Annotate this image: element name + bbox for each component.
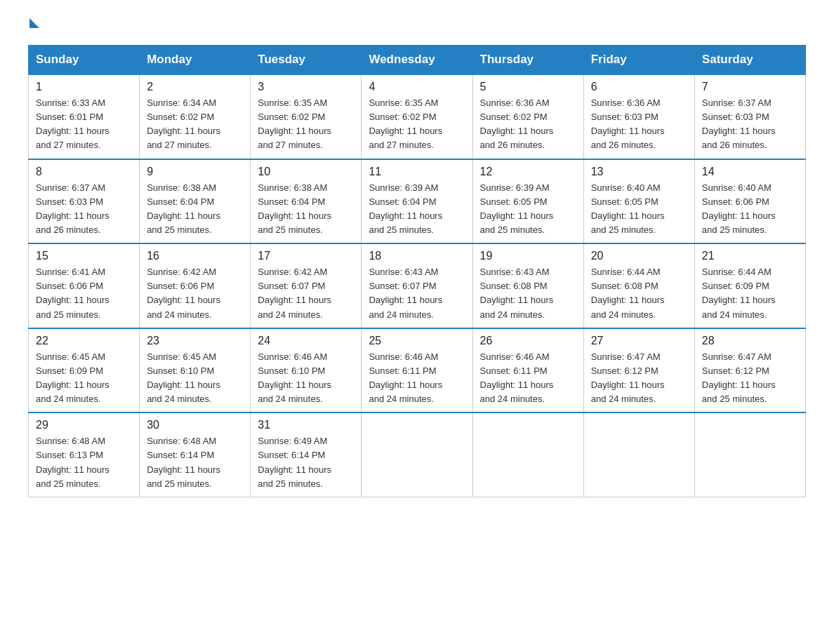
- calendar-cell: 24 Sunrise: 6:46 AMSunset: 6:10 PMDaylig…: [251, 328, 362, 413]
- day-info: Sunrise: 6:38 AMSunset: 6:04 PMDaylight:…: [147, 181, 243, 238]
- calendar-cell: 28 Sunrise: 6:47 AMSunset: 6:12 PMDaylig…: [694, 328, 805, 413]
- day-number: 20: [591, 250, 687, 262]
- calendar-cell: 19 Sunrise: 6:43 AMSunset: 6:08 PMDaylig…: [472, 243, 583, 328]
- calendar-cell: 1 Sunrise: 6:33 AMSunset: 6:01 PMDayligh…: [29, 74, 140, 159]
- calendar-cell: 7 Sunrise: 6:37 AMSunset: 6:03 PMDayligh…: [694, 74, 805, 159]
- day-info: Sunrise: 6:49 AMSunset: 6:14 PMDaylight:…: [258, 434, 354, 491]
- day-number: 24: [258, 335, 354, 347]
- calendar-week-row: 8 Sunrise: 6:37 AMSunset: 6:03 PMDayligh…: [29, 159, 806, 244]
- day-info: Sunrise: 6:42 AMSunset: 6:06 PMDaylight:…: [147, 265, 243, 322]
- calendar-cell: 2 Sunrise: 6:34 AMSunset: 6:02 PMDayligh…: [140, 74, 251, 159]
- day-info: Sunrise: 6:48 AMSunset: 6:14 PMDaylight:…: [147, 434, 243, 491]
- day-info: Sunrise: 6:33 AMSunset: 6:01 PMDaylight:…: [36, 96, 132, 153]
- calendar-cell: 20 Sunrise: 6:44 AMSunset: 6:08 PMDaylig…: [583, 243, 694, 328]
- day-number: 3: [258, 81, 354, 93]
- day-info: Sunrise: 6:37 AMSunset: 6:03 PMDaylight:…: [702, 96, 798, 153]
- calendar-cell: [583, 412, 694, 497]
- calendar-cell: 18 Sunrise: 6:43 AMSunset: 6:07 PMDaylig…: [362, 243, 472, 328]
- calendar-cell: 31 Sunrise: 6:49 AMSunset: 6:14 PMDaylig…: [251, 412, 362, 497]
- calendar-table: SundayMondayTuesdayWednesdayThursdayFrid…: [28, 45, 806, 497]
- calendar-week-row: 22 Sunrise: 6:45 AMSunset: 6:09 PMDaylig…: [29, 328, 806, 413]
- calendar-cell: 29 Sunrise: 6:48 AMSunset: 6:13 PMDaylig…: [29, 412, 140, 497]
- day-number: 17: [258, 250, 354, 262]
- calendar-week-row: 15 Sunrise: 6:41 AMSunset: 6:06 PMDaylig…: [29, 243, 806, 328]
- day-info: Sunrise: 6:37 AMSunset: 6:03 PMDaylight:…: [36, 181, 132, 238]
- day-info: Sunrise: 6:34 AMSunset: 6:02 PMDaylight:…: [147, 96, 243, 153]
- weekday-header: Saturday: [694, 46, 805, 75]
- day-info: Sunrise: 6:39 AMSunset: 6:04 PMDaylight:…: [369, 181, 465, 238]
- calendar-cell: 12 Sunrise: 6:39 AMSunset: 6:05 PMDaylig…: [472, 159, 583, 244]
- weekday-header: Wednesday: [362, 46, 472, 75]
- calendar-cell: 6 Sunrise: 6:36 AMSunset: 6:03 PMDayligh…: [583, 74, 694, 159]
- day-number: 19: [480, 250, 576, 262]
- day-info: Sunrise: 6:36 AMSunset: 6:03 PMDaylight:…: [591, 96, 687, 153]
- day-number: 7: [702, 81, 798, 93]
- calendar-cell: 26 Sunrise: 6:46 AMSunset: 6:11 PMDaylig…: [472, 328, 583, 413]
- day-number: 27: [591, 335, 687, 347]
- day-number: 29: [36, 419, 132, 431]
- calendar-cell: 11 Sunrise: 6:39 AMSunset: 6:04 PMDaylig…: [362, 159, 472, 244]
- calendar-cell: 13 Sunrise: 6:40 AMSunset: 6:05 PMDaylig…: [583, 159, 694, 244]
- day-info: Sunrise: 6:35 AMSunset: 6:02 PMDaylight:…: [258, 96, 354, 153]
- calendar-cell: 3 Sunrise: 6:35 AMSunset: 6:02 PMDayligh…: [251, 74, 362, 159]
- day-number: 25: [369, 335, 465, 347]
- day-number: 12: [480, 166, 576, 178]
- day-info: Sunrise: 6:43 AMSunset: 6:08 PMDaylight:…: [480, 265, 576, 322]
- calendar-cell: 27 Sunrise: 6:47 AMSunset: 6:12 PMDaylig…: [583, 328, 694, 413]
- calendar-cell: 15 Sunrise: 6:41 AMSunset: 6:06 PMDaylig…: [29, 243, 140, 328]
- day-info: Sunrise: 6:38 AMSunset: 6:04 PMDaylight:…: [258, 181, 354, 238]
- header-row: SundayMondayTuesdayWednesdayThursdayFrid…: [29, 46, 806, 75]
- day-number: 5: [480, 81, 576, 93]
- day-number: 28: [702, 335, 798, 347]
- weekday-header: Tuesday: [251, 46, 362, 75]
- day-info: Sunrise: 6:39 AMSunset: 6:05 PMDaylight:…: [480, 181, 576, 238]
- calendar-cell: [694, 412, 805, 497]
- weekday-header: Sunday: [29, 46, 140, 75]
- calendar-cell: 4 Sunrise: 6:35 AMSunset: 6:02 PMDayligh…: [362, 74, 472, 159]
- day-info: Sunrise: 6:36 AMSunset: 6:02 PMDaylight:…: [480, 96, 576, 153]
- day-number: 22: [36, 335, 132, 347]
- day-number: 30: [147, 419, 243, 431]
- day-number: 31: [258, 419, 354, 431]
- day-info: Sunrise: 6:35 AMSunset: 6:02 PMDaylight:…: [369, 96, 465, 153]
- day-number: 18: [369, 250, 465, 262]
- day-info: Sunrise: 6:40 AMSunset: 6:06 PMDaylight:…: [702, 181, 798, 238]
- calendar-cell: 22 Sunrise: 6:45 AMSunset: 6:09 PMDaylig…: [29, 328, 140, 413]
- calendar-header: SundayMondayTuesdayWednesdayThursdayFrid…: [29, 46, 806, 75]
- day-info: Sunrise: 6:40 AMSunset: 6:05 PMDaylight:…: [591, 181, 687, 238]
- calendar-cell: 9 Sunrise: 6:38 AMSunset: 6:04 PMDayligh…: [140, 159, 251, 244]
- day-number: 26: [480, 335, 576, 347]
- day-number: 2: [147, 81, 243, 93]
- day-number: 11: [369, 166, 465, 178]
- day-info: Sunrise: 6:45 AMSunset: 6:10 PMDaylight:…: [147, 350, 243, 407]
- calendar-cell: [362, 412, 472, 497]
- calendar-cell: 17 Sunrise: 6:42 AMSunset: 6:07 PMDaylig…: [251, 243, 362, 328]
- calendar-cell: 10 Sunrise: 6:38 AMSunset: 6:04 PMDaylig…: [251, 159, 362, 244]
- calendar-cell: 25 Sunrise: 6:46 AMSunset: 6:11 PMDaylig…: [362, 328, 472, 413]
- day-number: 16: [147, 250, 243, 262]
- calendar-cell: 8 Sunrise: 6:37 AMSunset: 6:03 PMDayligh…: [29, 159, 140, 244]
- calendar-week-row: 29 Sunrise: 6:48 AMSunset: 6:13 PMDaylig…: [29, 412, 806, 497]
- day-number: 10: [258, 166, 354, 178]
- day-info: Sunrise: 6:43 AMSunset: 6:07 PMDaylight:…: [369, 265, 465, 322]
- day-number: 14: [702, 166, 798, 178]
- calendar-cell: 21 Sunrise: 6:44 AMSunset: 6:09 PMDaylig…: [694, 243, 805, 328]
- logo-block: [28, 21, 39, 31]
- day-number: 9: [147, 166, 243, 178]
- day-info: Sunrise: 6:44 AMSunset: 6:08 PMDaylight:…: [591, 265, 687, 322]
- calendar-body: 1 Sunrise: 6:33 AMSunset: 6:01 PMDayligh…: [29, 74, 806, 497]
- logo: [28, 21, 39, 31]
- day-number: 8: [36, 166, 132, 178]
- calendar-cell: 23 Sunrise: 6:45 AMSunset: 6:10 PMDaylig…: [140, 328, 251, 413]
- logo-triangle-icon: [29, 18, 39, 28]
- day-number: 4: [369, 81, 465, 93]
- calendar-cell: 16 Sunrise: 6:42 AMSunset: 6:06 PMDaylig…: [140, 243, 251, 328]
- calendar-cell: [472, 412, 583, 497]
- day-info: Sunrise: 6:47 AMSunset: 6:12 PMDaylight:…: [591, 350, 687, 407]
- day-number: 13: [591, 166, 687, 178]
- day-info: Sunrise: 6:44 AMSunset: 6:09 PMDaylight:…: [702, 265, 798, 322]
- calendar-cell: 14 Sunrise: 6:40 AMSunset: 6:06 PMDaylig…: [694, 159, 805, 244]
- day-info: Sunrise: 6:47 AMSunset: 6:12 PMDaylight:…: [702, 350, 798, 407]
- day-info: Sunrise: 6:41 AMSunset: 6:06 PMDaylight:…: [36, 265, 132, 322]
- day-number: 1: [36, 81, 132, 93]
